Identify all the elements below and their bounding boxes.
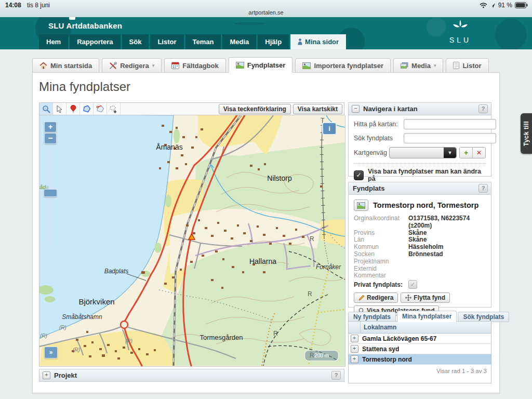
navigate-panel-body: Hitta på kartan: Sök fyndplats Kartgenvä… (348, 115, 491, 177)
nav-item-mina-sidor[interactable]: Mina sidor (290, 34, 346, 49)
main-navigation: Hem Rapportera Sök Listor Teman Media Hj… (39, 34, 346, 49)
polygon-icon (83, 105, 91, 113)
tab-redigera[interactable]: Redigera ▾ (102, 58, 162, 73)
collapse-panel-button[interactable]: − (352, 105, 360, 113)
tab-media[interactable]: Media ▾ (393, 58, 443, 73)
map-label-hallarna: Hallarna (249, 257, 276, 265)
tab-listor[interactable]: Listor (446, 58, 488, 73)
tab-fyndplatser[interactable]: Fyndplatser (229, 57, 293, 73)
polygon-move-icon (109, 105, 118, 113)
map-zoom-slider-handle[interactable] (44, 189, 57, 197)
site-table-header: Lokalnamn (349, 322, 491, 334)
help-icon[interactable]: ? (478, 184, 488, 193)
clock: 14:08 (5, 2, 21, 9)
pencil-icon (358, 295, 365, 301)
artportalen-logo-fragment (69, 17, 75, 20)
battery-icon (515, 2, 528, 8)
tab-sok-fyndplats[interactable]: Sök fyndplats (458, 312, 509, 322)
browser-url: artportalen.se (0, 9, 532, 16)
map-panel-expand-button[interactable]: » (44, 347, 58, 358)
map-thumbnail-icon (236, 62, 244, 69)
column-header-lokalnamn[interactable]: Lokalnamn (361, 322, 491, 333)
tools-icon (109, 62, 117, 69)
remove-shortcut-button[interactable]: ✕ (473, 148, 485, 158)
show-legend-button[interactable]: Visa teckenförklaring (219, 104, 291, 114)
draw-polygon-tool-button[interactable] (80, 103, 94, 115)
nav-item-sok[interactable]: Sök (122, 34, 149, 49)
calendar-icon (171, 62, 179, 69)
tab-importera-fyndplatser[interactable]: Importera fyndplatser (295, 58, 391, 73)
nav-item-rapportera[interactable]: Rapportera (70, 34, 120, 49)
find-on-map-input[interactable] (404, 119, 496, 129)
expand-row-button[interactable]: + (351, 345, 358, 353)
tab-ny-fyndplats[interactable]: Ny fyndplats (348, 312, 396, 322)
map-label-restricted: (R) (125, 338, 132, 344)
site-header: SLU Artdatabanken SLU Hem Rapportera Sök… (0, 17, 532, 49)
slu-logo: SLU (446, 20, 475, 47)
edit-site-button[interactable]: Redigera (354, 292, 398, 303)
map-canvas[interactable]: Åmanäs Nilstorp Hallarna Fornåker Badpla… (39, 115, 345, 367)
move-finds-button[interactable]: Flytta fynd (401, 292, 450, 303)
navigate-panel-title: Navigera i kartan (363, 105, 475, 113)
map-shortcut-select[interactable]: ▼ (389, 147, 457, 158)
expand-row-button[interactable]: + (351, 335, 358, 342)
map-label-trail-r: R (308, 290, 312, 298)
map-zoom-in-button[interactable]: + (44, 122, 57, 132)
map-label-trail-r: R (273, 330, 278, 337)
nav-item-teman[interactable]: Teman (185, 34, 221, 49)
map-zoom-out-button[interactable]: − (44, 133, 57, 144)
place-pin-tool-button[interactable] (66, 103, 80, 115)
feedback-button[interactable]: Tyck till (521, 113, 532, 154)
projekt-panel-header: + Projekt ? (39, 369, 344, 382)
site-map-thumbnail-button[interactable] (354, 200, 368, 211)
projekt-panel-title: Projekt (54, 371, 328, 379)
move-polygon-tool-button[interactable] (107, 103, 121, 115)
expand-projekt-button[interactable]: + (43, 371, 50, 379)
media-stack-icon (401, 62, 408, 69)
nav-item-media[interactable]: Media (222, 34, 256, 49)
find-on-map-label: Hitta på kartan: (354, 121, 404, 128)
nav-item-listor[interactable]: Listor (150, 34, 183, 49)
map-label-restricted: (R) (40, 333, 47, 339)
polygon-edit-icon (96, 105, 104, 113)
battery-percent: 91 % (498, 2, 512, 9)
slu-leaf-icon (451, 20, 469, 33)
search-site-label: Sök fyndplats (354, 135, 404, 142)
search-site-input[interactable] (404, 133, 496, 143)
table-row[interactable]: + Gamla Läckövägen 65-67 (349, 334, 491, 344)
site-panel-title: Fyndplats (352, 184, 475, 192)
page-title: Mina fyndplatser (39, 79, 130, 94)
site-list-tabs: Ny fyndplats Mina fyndplatser Sök fyndpl… (348, 311, 509, 322)
map-label-fornaker: Fornåker (316, 263, 341, 271)
table-row[interactable]: + Stattena syd (349, 344, 491, 354)
site-brand: SLU Artdatabanken (48, 21, 122, 30)
wifi-icon (480, 2, 487, 8)
help-icon[interactable]: ? (478, 104, 488, 113)
tab-min-startsida[interactable]: Min startsida (32, 58, 99, 73)
show-map-layers-button[interactable]: Visa kartskikt (293, 104, 342, 114)
site-table: Lokalnamn + Gamla Läckövägen 65-67 + Sta… (348, 321, 491, 383)
import-map-icon (302, 62, 311, 69)
editable-only-checkbox[interactable]: ✓ (354, 170, 364, 180)
nav-item-hjalp[interactable]: Hjälp (258, 34, 289, 49)
dropdown-caret-icon: ▾ (152, 63, 155, 68)
date: tis 8 juni (27, 2, 50, 9)
map-toolbar: Visa teckenförklaring Visa kartskikt (39, 102, 344, 115)
nav-item-hem[interactable]: Hem (39, 34, 68, 49)
expand-row-button[interactable]: + (351, 355, 358, 363)
add-shortcut-button[interactable]: + (460, 148, 473, 158)
select-tool-button[interactable] (53, 103, 66, 115)
tab-faltdagbok[interactable]: Fältdagbok (164, 58, 225, 73)
edit-polygon-tool-button[interactable] (94, 103, 107, 115)
map-label-trail-r: R (310, 235, 314, 243)
zoom-tool-button[interactable] (39, 103, 53, 115)
home-icon (39, 62, 47, 69)
site-panel-header: Fyndplats ? (348, 182, 491, 195)
private-site-checkbox[interactable]: ✓ (408, 280, 417, 289)
tab-mina-fyndplatser[interactable]: Mina fyndplatser (397, 311, 457, 322)
map-info-button[interactable]: i (322, 122, 337, 135)
select-dropdown-arrow-icon: ▼ (444, 148, 456, 158)
screen: 14:08 tis 8 juni artportalen.se 91 % SLU… (0, 0, 532, 399)
table-row-selected[interactable]: + Tormestorp nord (349, 354, 491, 365)
help-icon[interactable]: ? (331, 371, 341, 380)
